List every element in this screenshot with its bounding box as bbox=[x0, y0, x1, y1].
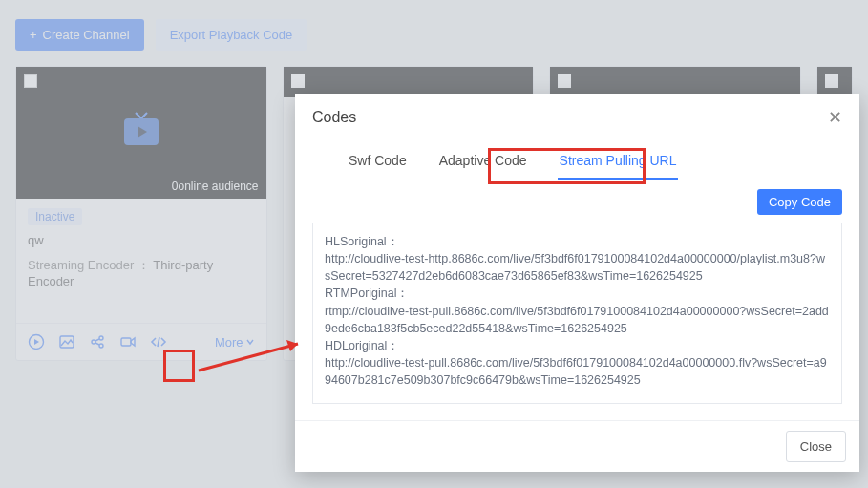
copy-code-button[interactable]: Copy Code bbox=[757, 189, 842, 215]
hls-url: http://cloudlive-test-http.8686c.com/liv… bbox=[325, 250, 830, 285]
tab-swf[interactable]: Swf Code bbox=[347, 147, 409, 180]
rtmp-url: rtmp://cloudlive-test-pull.8686c.com/liv… bbox=[325, 303, 830, 337]
tab-stream-pulling[interactable]: Stream Pulling URL bbox=[558, 147, 679, 180]
divider bbox=[312, 414, 842, 414]
hdl-label: HDLoriginal： bbox=[325, 337, 830, 354]
close-label: Close bbox=[800, 439, 832, 454]
code-output[interactable]: HLSoriginal： http://cloudlive-test-http.… bbox=[312, 223, 842, 404]
rtmp-label: RTMPoriginal： bbox=[325, 285, 830, 302]
codes-modal: Codes ✕ Swf Code Adaptive Code Stream Pu… bbox=[295, 94, 859, 472]
hls-label: HLSoriginal： bbox=[325, 233, 830, 250]
close-button[interactable]: Close bbox=[786, 431, 846, 462]
tab-adaptive[interactable]: Adaptive Code bbox=[437, 147, 529, 180]
hdl-url: http://cloudlive-test-pull.8686c.com/liv… bbox=[325, 354, 830, 389]
close-icon[interactable]: ✕ bbox=[828, 107, 842, 128]
modal-title: Codes bbox=[312, 109, 356, 126]
code-tabs: Swf Code Adaptive Code Stream Pulling UR… bbox=[295, 147, 859, 183]
copy-code-label: Copy Code bbox=[769, 195, 831, 209]
